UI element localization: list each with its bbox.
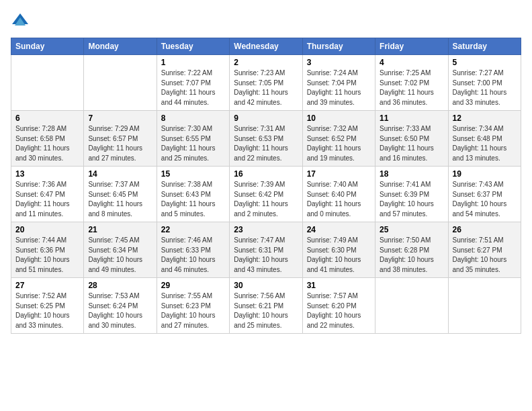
day-detail: Sunrise: 7:57 AM Sunset: 6:20 PM Dayligh…	[307, 291, 371, 330]
day-number: 31	[307, 281, 371, 290]
day-detail: Sunrise: 7:55 AM Sunset: 6:23 PM Dayligh…	[161, 291, 225, 330]
day-number: 14	[88, 169, 152, 179]
calendar-cell: 6Sunrise: 7:28 AM Sunset: 6:58 PM Daylig…	[11, 111, 84, 167]
calendar-cell: 11Sunrise: 7:33 AM Sunset: 6:50 PM Dayli…	[375, 111, 448, 167]
calendar-cell: 29Sunrise: 7:55 AM Sunset: 6:23 PM Dayli…	[157, 278, 229, 334]
day-number: 15	[161, 169, 225, 179]
calendar-week-row: 13Sunrise: 7:36 AM Sunset: 6:47 PM Dayli…	[11, 167, 521, 222]
day-number: 13	[15, 169, 79, 179]
day-detail: Sunrise: 7:40 AM Sunset: 6:40 PM Dayligh…	[307, 180, 371, 219]
day-number: 27	[15, 281, 79, 290]
day-number: 11	[380, 113, 443, 123]
logo	[11, 11, 31, 30]
day-detail: Sunrise: 7:36 AM Sunset: 6:47 PM Dayligh…	[15, 180, 79, 219]
day-number: 25	[380, 225, 443, 234]
day-number: 26	[453, 225, 517, 234]
day-number: 5	[453, 58, 517, 67]
day-number: 2	[234, 58, 298, 67]
day-detail: Sunrise: 7:29 AM Sunset: 6:57 PM Dayligh…	[88, 124, 152, 163]
calendar-cell: 10Sunrise: 7:32 AM Sunset: 6:52 PM Dayli…	[302, 111, 375, 167]
day-number: 18	[380, 169, 443, 179]
day-number: 23	[234, 225, 298, 234]
calendar-cell	[11, 55, 84, 111]
calendar-cell: 2Sunrise: 7:23 AM Sunset: 7:05 PM Daylig…	[230, 55, 302, 111]
day-detail: Sunrise: 7:37 AM Sunset: 6:45 PM Dayligh…	[88, 180, 152, 219]
weekday-header: Sunday	[11, 38, 84, 55]
page-header	[11, 11, 521, 30]
day-detail: Sunrise: 7:24 AM Sunset: 7:04 PM Dayligh…	[307, 68, 371, 107]
calendar-cell	[448, 278, 521, 334]
day-detail: Sunrise: 7:41 AM Sunset: 6:39 PM Dayligh…	[380, 180, 443, 219]
day-detail: Sunrise: 7:43 AM Sunset: 6:37 PM Dayligh…	[453, 180, 517, 219]
calendar-cell: 24Sunrise: 7:49 AM Sunset: 6:30 PM Dayli…	[302, 222, 375, 278]
calendar-week-row: 27Sunrise: 7:52 AM Sunset: 6:25 PM Dayli…	[11, 278, 521, 334]
day-number: 29	[161, 281, 225, 290]
day-detail: Sunrise: 7:22 AM Sunset: 7:07 PM Dayligh…	[161, 68, 225, 107]
day-detail: Sunrise: 7:32 AM Sunset: 6:52 PM Dayligh…	[307, 124, 371, 163]
day-detail: Sunrise: 7:44 AM Sunset: 6:36 PM Dayligh…	[15, 236, 79, 275]
day-number: 8	[161, 113, 225, 123]
day-detail: Sunrise: 7:56 AM Sunset: 6:21 PM Dayligh…	[234, 291, 298, 330]
day-number: 28	[88, 281, 152, 290]
calendar-cell: 25Sunrise: 7:50 AM Sunset: 6:28 PM Dayli…	[375, 222, 448, 278]
day-number: 20	[15, 225, 79, 234]
calendar-cell: 18Sunrise: 7:41 AM Sunset: 6:39 PM Dayli…	[375, 167, 448, 222]
weekday-header: Friday	[375, 38, 448, 55]
calendar-cell: 8Sunrise: 7:30 AM Sunset: 6:55 PM Daylig…	[157, 111, 229, 167]
day-number: 9	[234, 113, 298, 123]
day-detail: Sunrise: 7:34 AM Sunset: 6:48 PM Dayligh…	[453, 124, 517, 163]
day-detail: Sunrise: 7:31 AM Sunset: 6:53 PM Dayligh…	[234, 124, 298, 163]
calendar-cell: 28Sunrise: 7:53 AM Sunset: 6:24 PM Dayli…	[84, 278, 157, 334]
day-detail: Sunrise: 7:52 AM Sunset: 6:25 PM Dayligh…	[15, 291, 79, 330]
weekday-header: Monday	[84, 38, 157, 55]
calendar-cell: 4Sunrise: 7:25 AM Sunset: 7:02 PM Daylig…	[375, 55, 448, 111]
calendar-cell: 19Sunrise: 7:43 AM Sunset: 6:37 PM Dayli…	[448, 167, 521, 222]
day-number: 17	[307, 169, 371, 179]
day-number: 22	[161, 225, 225, 234]
calendar-cell: 27Sunrise: 7:52 AM Sunset: 6:25 PM Dayli…	[11, 278, 84, 334]
calendar-cell: 23Sunrise: 7:47 AM Sunset: 6:31 PM Dayli…	[230, 222, 302, 278]
day-number: 6	[15, 113, 79, 123]
logo-icon	[11, 11, 30, 30]
calendar-cell: 12Sunrise: 7:34 AM Sunset: 6:48 PM Dayli…	[448, 111, 521, 167]
day-detail: Sunrise: 7:30 AM Sunset: 6:55 PM Dayligh…	[161, 124, 225, 163]
day-detail: Sunrise: 7:50 AM Sunset: 6:28 PM Dayligh…	[380, 236, 443, 275]
day-detail: Sunrise: 7:47 AM Sunset: 6:31 PM Dayligh…	[234, 236, 298, 275]
calendar-table: SundayMondayTuesdayWednesdayThursdayFrid…	[11, 38, 521, 334]
day-number: 21	[88, 225, 152, 234]
day-detail: Sunrise: 7:49 AM Sunset: 6:30 PM Dayligh…	[307, 236, 371, 275]
day-number: 30	[234, 281, 298, 290]
day-number: 12	[453, 113, 517, 123]
calendar-cell: 16Sunrise: 7:39 AM Sunset: 6:42 PM Dayli…	[230, 167, 302, 222]
calendar-cell	[84, 55, 157, 111]
calendar-cell: 21Sunrise: 7:45 AM Sunset: 6:34 PM Dayli…	[84, 222, 157, 278]
calendar-cell: 17Sunrise: 7:40 AM Sunset: 6:40 PM Dayli…	[302, 167, 375, 222]
calendar-week-row: 1Sunrise: 7:22 AM Sunset: 7:07 PM Daylig…	[11, 55, 521, 111]
calendar-cell: 20Sunrise: 7:44 AM Sunset: 6:36 PM Dayli…	[11, 222, 84, 278]
calendar-cell: 14Sunrise: 7:37 AM Sunset: 6:45 PM Dayli…	[84, 167, 157, 222]
calendar-cell: 3Sunrise: 7:24 AM Sunset: 7:04 PM Daylig…	[302, 55, 375, 111]
calendar-header-row: SundayMondayTuesdayWednesdayThursdayFrid…	[11, 38, 521, 55]
calendar-cell	[375, 278, 448, 334]
day-detail: Sunrise: 7:23 AM Sunset: 7:05 PM Dayligh…	[234, 68, 298, 107]
day-number: 19	[453, 169, 517, 179]
day-detail: Sunrise: 7:51 AM Sunset: 6:27 PM Dayligh…	[453, 236, 517, 275]
calendar-week-row: 20Sunrise: 7:44 AM Sunset: 6:36 PM Dayli…	[11, 222, 521, 278]
day-detail: Sunrise: 7:39 AM Sunset: 6:42 PM Dayligh…	[234, 180, 298, 219]
calendar-cell: 5Sunrise: 7:27 AM Sunset: 7:00 PM Daylig…	[448, 55, 521, 111]
day-detail: Sunrise: 7:53 AM Sunset: 6:24 PM Dayligh…	[88, 291, 152, 330]
calendar-cell: 13Sunrise: 7:36 AM Sunset: 6:47 PM Dayli…	[11, 167, 84, 222]
calendar-cell: 15Sunrise: 7:38 AM Sunset: 6:43 PM Dayli…	[157, 167, 229, 222]
day-number: 4	[380, 58, 443, 67]
calendar-cell: 30Sunrise: 7:56 AM Sunset: 6:21 PM Dayli…	[230, 278, 302, 334]
day-detail: Sunrise: 7:33 AM Sunset: 6:50 PM Dayligh…	[380, 124, 443, 163]
weekday-header: Wednesday	[230, 38, 302, 55]
day-detail: Sunrise: 7:46 AM Sunset: 6:33 PM Dayligh…	[161, 236, 225, 275]
calendar-cell: 22Sunrise: 7:46 AM Sunset: 6:33 PM Dayli…	[157, 222, 229, 278]
calendar-week-row: 6Sunrise: 7:28 AM Sunset: 6:58 PM Daylig…	[11, 111, 521, 167]
day-number: 24	[307, 225, 371, 234]
calendar-cell: 9Sunrise: 7:31 AM Sunset: 6:53 PM Daylig…	[230, 111, 302, 167]
weekday-header: Tuesday	[157, 38, 229, 55]
day-number: 16	[234, 169, 298, 179]
day-number: 3	[307, 58, 371, 67]
